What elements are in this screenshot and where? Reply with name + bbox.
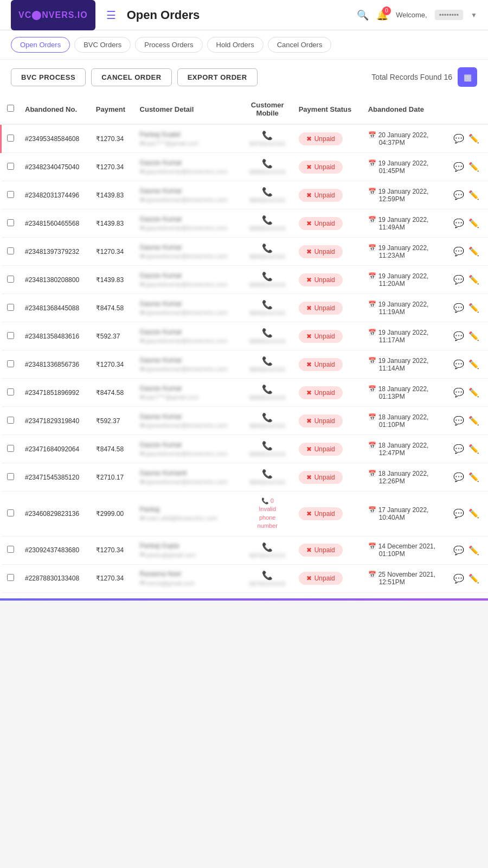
status-label: Unpaid xyxy=(314,276,335,284)
table-row: #23482031374496₹1439.83 Gaurav Kumar ✉ g… xyxy=(1,181,489,209)
mobile-detail: 📞 98765XXXXX xyxy=(247,130,288,147)
export-order-button[interactable]: EXPORT ORDER xyxy=(177,68,258,86)
customer-detail-cell: Gaurav Kumar ✉ gauravkumar@broservinc.co… xyxy=(134,407,242,435)
time-value: 04:37PM xyxy=(368,139,442,146)
edit-icon[interactable]: ✏️ xyxy=(468,508,479,519)
bvc-process-button[interactable]: BVC PROCESS xyxy=(11,68,86,86)
status-icon: ✖ xyxy=(306,333,312,340)
chat-icon[interactable]: 💬 xyxy=(453,331,464,341)
chat-icon[interactable]: 💬 xyxy=(453,190,464,200)
status-badge: ✖ Unpaid xyxy=(299,358,343,371)
customer-detail: Gaurav Kumar ✉ gauravkumar@broservinc.co… xyxy=(140,244,236,260)
edit-icon[interactable]: ✏️ xyxy=(468,573,479,584)
edit-icon[interactable]: ✏️ xyxy=(468,416,479,426)
chat-icon[interactable]: 💬 xyxy=(453,545,464,556)
chat-icon[interactable]: 💬 xyxy=(453,444,464,454)
payment-cell: ₹8474.58 xyxy=(91,379,134,407)
status-label: Unpaid xyxy=(314,248,335,256)
row-checkbox[interactable] xyxy=(7,219,14,226)
table-header: Abandoned No. Payment Customer Detail Cu… xyxy=(1,94,489,124)
chat-icon[interactable]: 💬 xyxy=(453,508,464,519)
row-checkbox[interactable] xyxy=(7,509,14,516)
filter-button[interactable]: ▦ xyxy=(458,67,477,87)
select-all-checkbox[interactable] xyxy=(7,105,14,112)
row-checkbox[interactable] xyxy=(7,304,14,311)
customer-detail-cell: Gaurav Kumanti ✉ gauravkumar@broservinc.… xyxy=(134,463,242,492)
chat-icon[interactable]: 💬 xyxy=(453,133,464,144)
row-checkbox[interactable] xyxy=(7,417,14,424)
chat-icon[interactable]: 💬 xyxy=(453,472,464,482)
phone-icon: 📞 xyxy=(247,384,288,394)
edit-icon[interactable]: ✏️ xyxy=(468,444,479,454)
edit-icon[interactable]: ✏️ xyxy=(468,162,479,172)
row-checkbox-cell xyxy=(1,322,20,350)
abandoned-date-cell: 📅 18 January 2022, 12:26PM xyxy=(363,463,448,492)
row-checkbox[interactable] xyxy=(7,135,14,142)
phone-number: 98665XXXXX xyxy=(247,394,288,401)
invalid-phone: 📞 0 Invalidphonenumber xyxy=(247,497,288,531)
status-icon: ✖ xyxy=(306,192,312,199)
edit-icon[interactable]: ✏️ xyxy=(468,133,479,144)
abandoned-date: 📅 20 January 2022, 04:37PM xyxy=(368,131,442,146)
tab-hold-orders[interactable]: Hold Orders xyxy=(207,37,264,53)
row-checkbox[interactable] xyxy=(7,360,14,367)
edit-icon[interactable]: ✏️ xyxy=(468,472,479,482)
hamburger-icon[interactable]: ☰ xyxy=(106,9,116,22)
actions-cell: 💬 ✏️ xyxy=(448,266,488,294)
row-checkbox[interactable] xyxy=(7,473,14,480)
invalid-phone-label: Invalidphonenumber xyxy=(258,506,278,529)
chat-icon[interactable]: 💬 xyxy=(453,246,464,257)
chat-icon[interactable]: 💬 xyxy=(453,162,464,172)
chat-icon[interactable]: 💬 xyxy=(453,275,464,285)
row-checkbox[interactable] xyxy=(7,574,14,581)
chat-icon[interactable]: 💬 xyxy=(453,218,464,228)
edit-icon[interactable]: ✏️ xyxy=(468,218,479,228)
row-checkbox[interactable] xyxy=(7,163,14,170)
row-checkbox[interactable] xyxy=(7,388,14,395)
notification-bell[interactable]: 🔔 0 xyxy=(376,9,388,21)
abandoned-no-cell: #23460829823136 xyxy=(20,492,91,537)
row-checkbox[interactable] xyxy=(7,332,14,339)
row-checkbox[interactable] xyxy=(7,276,14,283)
row-checkbox[interactable] xyxy=(7,445,14,452)
chat-icon[interactable]: 💬 xyxy=(453,359,464,369)
edit-icon[interactable]: ✏️ xyxy=(468,387,479,398)
date-value: 19 January 2022, xyxy=(378,272,429,280)
date-line: 📅 19 January 2022, xyxy=(368,357,442,365)
abandoned-no-cell: #23482031374496 xyxy=(20,181,91,209)
cancel-order-button[interactable]: CANCEL ORDER xyxy=(91,68,172,86)
edit-icon[interactable]: ✏️ xyxy=(468,190,479,200)
toolbar-right: Total Records Found 16 ▦ xyxy=(371,67,477,87)
email-icon: ✉ xyxy=(140,281,145,288)
edit-icon[interactable]: ✏️ xyxy=(468,545,479,556)
edit-icon[interactable]: ✏️ xyxy=(468,331,479,341)
edit-icon[interactable]: ✏️ xyxy=(468,246,479,257)
row-checkbox[interactable] xyxy=(7,247,14,254)
tab-bvc-orders[interactable]: BVC Orders xyxy=(74,37,131,53)
row-checkbox-cell xyxy=(1,379,20,407)
abandoned-date: 📅 14 December 2021, 01:10PM xyxy=(368,542,442,558)
payment-status-cell: ✖ Unpaid xyxy=(293,153,363,181)
customer-name: Gaurav Kumar xyxy=(140,441,236,449)
chevron-down-icon[interactable]: ▼ xyxy=(471,11,477,19)
search-icon[interactable]: 🔍 xyxy=(357,9,369,21)
edit-icon[interactable]: ✏️ xyxy=(468,359,479,369)
tab-process-orders[interactable]: Process Orders xyxy=(135,37,202,53)
phone-number: 98665XXXXX xyxy=(247,366,288,373)
edit-icon[interactable]: ✏️ xyxy=(468,275,479,285)
time-value: 01:10PM xyxy=(368,550,442,558)
chat-icon[interactable]: 💬 xyxy=(453,387,464,398)
edit-icon[interactable]: ✏️ xyxy=(468,303,479,313)
abandoned-date: 📅 19 January 2022, 11:23AM xyxy=(368,244,442,259)
chat-icon[interactable]: 💬 xyxy=(453,303,464,313)
customer-name: Gaurav Kumar xyxy=(140,187,236,195)
abandoned-no-cell: #23092437483680 xyxy=(20,536,91,564)
abandoned-date: 📅 19 January 2022, 11:14AM xyxy=(368,357,442,372)
mobile-detail: 📞 98665XXXXX xyxy=(247,158,288,175)
tab-open-orders[interactable]: Open Orders xyxy=(11,37,70,53)
chat-icon[interactable]: 💬 xyxy=(453,573,464,584)
row-checkbox[interactable] xyxy=(7,191,14,198)
chat-icon[interactable]: 💬 xyxy=(453,416,464,426)
tab-cancel-orders[interactable]: Cancel Orders xyxy=(268,37,332,53)
row-checkbox[interactable] xyxy=(7,546,14,553)
